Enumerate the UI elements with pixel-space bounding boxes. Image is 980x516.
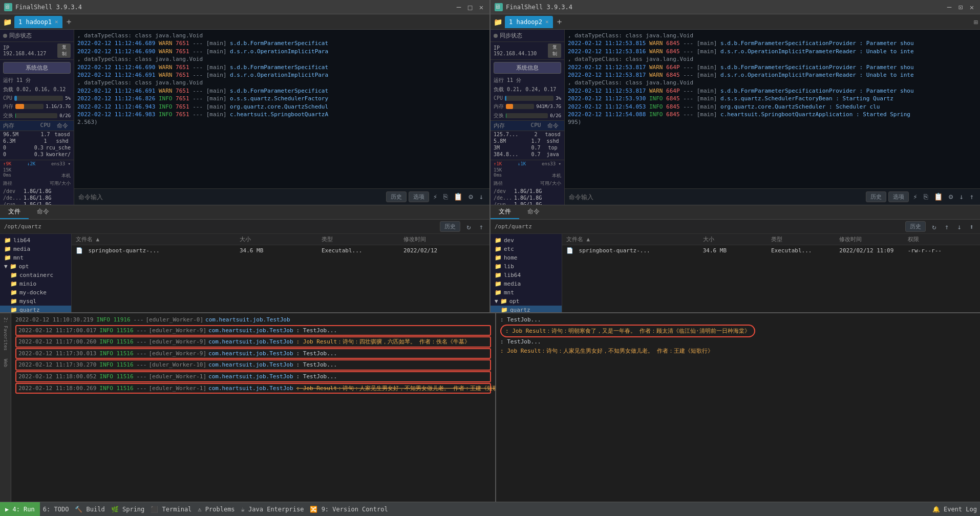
right-fm-upload-icon[interactable]: ⬆ <box>968 222 976 232</box>
right-sys-info-btn[interactable]: 系统信息 <box>494 62 561 74</box>
spring-tab[interactable]: 🌿 Spring <box>108 506 148 513</box>
right-proc-4: 384.8...0.7java <box>491 151 564 158</box>
left-tab-hadoop1[interactable]: 1 hadoop1 ✕ <box>14 16 62 28</box>
right-maximize-btn[interactable]: ⊡ <box>956 3 965 11</box>
right-tab-add[interactable]: + <box>554 17 565 27</box>
right-tree-etc[interactable]: 📁etc <box>491 245 562 253</box>
left-tab-close[interactable]: ✕ <box>55 18 58 25</box>
right-process-header: 内存 CPU 命令 <box>491 120 564 131</box>
right-tree-home[interactable]: 📁home <box>491 253 562 262</box>
left-tree-mydocke[interactable]: 📁my-docke <box>0 288 71 297</box>
right-tab-hadoop2[interactable]: 1 hadoop2 ✕ <box>505 16 553 28</box>
right-swap-fill <box>506 113 506 118</box>
left-maximize-btn[interactable]: □ <box>466 3 474 11</box>
left-cpu-fill <box>14 96 17 101</box>
left-tree-quartz[interactable]: 📁quartz <box>0 306 71 312</box>
right-cmd-tab[interactable]: 命令 <box>519 205 548 219</box>
right-tree-lib[interactable]: 📁lib <box>491 262 562 271</box>
java-enterprise-tab[interactable]: ☕ Java Enterprise <box>238 506 307 513</box>
left-download-icon[interactable]: ↓ <box>477 191 485 202</box>
right-tree-quartz[interactable]: 📁quartz <box>491 306 562 312</box>
log-line: 2022-02-12 11:12:46.691 WARN 7651 --- [m… <box>76 71 487 79</box>
right-fm-files: 文件名 ▲ 大小 类型 修改时间 权限 📄 springboot-quartz-… <box>562 234 980 312</box>
left-fm-history-btn[interactable]: 历史 <box>440 221 460 232</box>
left-tree-containerc[interactable]: 📁containerc <box>0 271 71 280</box>
right-fm-up-icon[interactable]: ↑ <box>943 222 951 232</box>
problems-tab[interactable]: ⚠ Problems <box>195 506 238 513</box>
right-copy-btn[interactable]: 复制 <box>548 44 561 58</box>
right-fm-tabs: 文件 命令 <box>491 205 980 220</box>
right-options-btn[interactable]: 选项 <box>888 191 909 202</box>
left-net-iface[interactable]: ens33 ▾ <box>51 161 71 166</box>
left-minimize-btn[interactable]: ─ <box>455 3 463 11</box>
right-file-row-1[interactable]: 📄 springboot-quartz-... 34.6 MB Executab… <box>562 245 980 255</box>
left-file-tab[interactable]: 文件 <box>0 205 29 219</box>
left-cmd-tab[interactable]: 命令 <box>29 205 57 219</box>
right-settings-icon[interactable]: ⚙ <box>947 191 955 202</box>
left-fm-tree: 📁lib64 📁media 📁mnt ▼ 📁opt <box>0 234 72 312</box>
ide-bottom-bar: ▶ 4: Run 6: TODO 🔨 Build 🌿 Spring ⬛ Term… <box>0 502 980 516</box>
left-cmd-input[interactable] <box>78 193 386 201</box>
right-tab-close[interactable]: ✕ <box>545 18 549 25</box>
left-fm-refresh-icon[interactable]: ↻ <box>464 222 473 232</box>
left-options-btn[interactable]: 选项 <box>409 191 429 202</box>
right-proc-2: 5.8M1.7sshd <box>491 138 564 144</box>
right-file-tab[interactable]: 文件 <box>491 205 519 219</box>
left-fm-section: 文件 命令 /opt/quartz 历史 ↻ ↑ 📁lib64 <box>0 205 489 312</box>
right-upload-icon[interactable]: ↑ <box>968 191 976 202</box>
left-copy-icon[interactable]: ⎘ <box>441 191 450 202</box>
bottom-log-split: 2022-02-12 11:10:30.219 INFO 11916 --- [… <box>11 313 980 502</box>
log-line-r: 2022-02-12 11:12:54.053 INFO 6845 --- [m… <box>567 103 978 111</box>
left-copy-btn[interactable]: 复制 <box>57 44 71 58</box>
right-proc-1: 125.7...2taosd <box>491 131 564 138</box>
left-tree-opt[interactable]: ▼ 📁opt <box>0 262 71 271</box>
right-tree-mnt[interactable]: 📁mnt <box>491 288 562 297</box>
left-load: 负载 0.02, 0.16, 0.12 <box>0 85 74 94</box>
right-fm-history-btn[interactable]: 历史 <box>905 221 926 232</box>
log-line: 2022-02-12 11:12:46.691 WARN 7651 --- [m… <box>76 87 487 95</box>
right-net-iface[interactable]: ens33 ▾ <box>542 161 561 166</box>
right-fm-download-icon[interactable]: ↓ <box>955 222 963 232</box>
favorites-tab[interactable]: 2: Favorites <box>3 315 8 353</box>
right-net-scale: 15K <box>491 167 564 173</box>
right-fm-refresh-icon[interactable]: ↻ <box>930 222 938 232</box>
right-title-text: FinalShell 3.9.3.4 <box>506 4 572 11</box>
left-fm-up-icon[interactable]: ↑ <box>477 222 485 232</box>
left-tree-mysql[interactable]: 📁mysql <box>0 297 71 306</box>
todo-tab[interactable]: 6: TODO <box>40 506 72 513</box>
right-close-btn[interactable]: ✕ <box>968 3 976 11</box>
event-log-item[interactable]: 🔔 Event Log <box>929 506 980 513</box>
right-tree-opt[interactable]: ▼ 📁opt <box>491 297 562 306</box>
left-close-btn[interactable]: ✕ <box>477 3 485 11</box>
right-copy-icon[interactable]: ⎘ <box>922 191 930 202</box>
bottom-right-entry-3: : Job Result：诗句：人家见生男女好，不知男女做儿老。 作者：王建《短… <box>500 347 976 356</box>
right-download-icon[interactable]: ↓ <box>957 191 965 202</box>
right-history-btn[interactable]: 历史 <box>866 191 886 202</box>
left-history-btn[interactable]: 历史 <box>386 191 407 202</box>
left-tree-media[interactable]: 📁media <box>0 245 71 253</box>
left-tree-minio[interactable]: 📁minio <box>0 280 71 288</box>
left-settings-icon[interactable]: ⚙ <box>466 191 475 202</box>
run-tab[interactable]: ▶ 4: Run <box>0 502 40 516</box>
web-tab[interactable]: Web <box>3 357 8 369</box>
right-grid-icon[interactable]: ⊞ <box>974 18 978 26</box>
right-net-header: ↑1K ↓1K ens33 ▾ <box>491 160 564 167</box>
left-clipboard-icon[interactable]: 📋 <box>452 191 464 202</box>
right-minimize-btn[interactable]: ─ <box>945 3 953 11</box>
right-tree-media[interactable]: 📁media <box>491 280 562 288</box>
version-control-tab[interactable]: 🔀 9: Version Control <box>307 506 391 513</box>
build-tab[interactable]: 🔨 Build <box>72 506 108 513</box>
right-tree-lib64[interactable]: 📁lib64 <box>491 271 562 280</box>
left-file-row-1[interactable]: 📄 springboot-quartz-... 34.6 MB Executab… <box>72 245 489 255</box>
left-lightning-icon[interactable]: ⚡ <box>431 191 439 202</box>
left-tab-add[interactable]: + <box>63 17 75 27</box>
right-tree-dev[interactable]: 📁dev <box>491 236 562 245</box>
right-lightning-icon[interactable]: ⚡ <box>911 191 919 202</box>
right-window-grid: 🖥 FinalShell 3.9.3.4 ─ ⊡ ✕ 📁 1 hadoop2 ✕ <box>491 0 980 312</box>
terminal-tab[interactable]: ⬛ Terminal <box>147 506 195 513</box>
right-cmd-input[interactable] <box>569 193 866 201</box>
left-tree-lib64[interactable]: 📁lib64 <box>0 236 71 245</box>
right-clipboard-icon[interactable]: 📋 <box>932 191 945 202</box>
left-sys-info-btn[interactable]: 系统信息 <box>3 62 71 74</box>
left-tree-mnt[interactable]: 📁mnt <box>0 253 71 262</box>
